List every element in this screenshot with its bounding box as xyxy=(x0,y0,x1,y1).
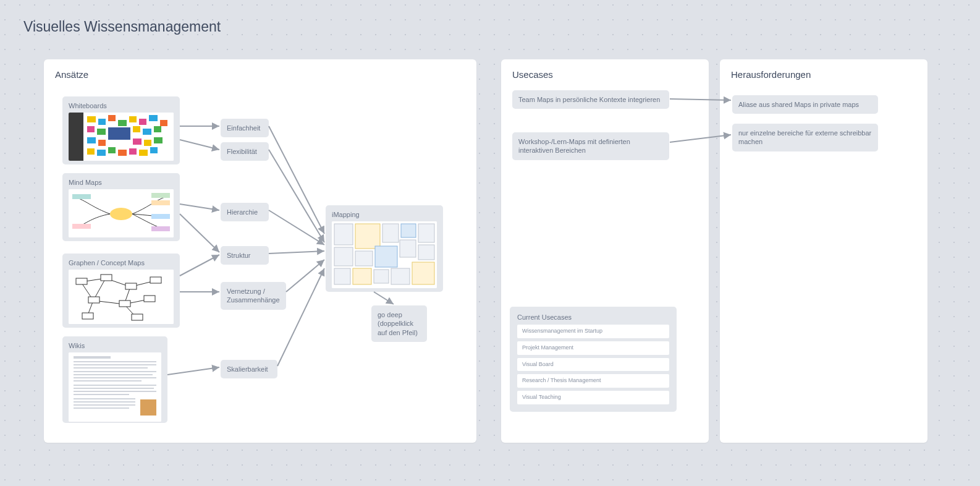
label-whiteboards: Whiteboards xyxy=(69,101,174,110)
svg-rect-25 xyxy=(129,148,137,155)
svg-rect-59 xyxy=(74,364,156,365)
thumb-wikis xyxy=(69,352,161,422)
svg-rect-80 xyxy=(334,247,353,266)
card-heraus-bereiche[interactable]: nur einzelne bereiche für externe schrei… xyxy=(732,124,878,151)
panel-ansatze-title: Ansätze xyxy=(55,69,465,80)
panel-heraus-title: Herausforderungen xyxy=(731,69,916,80)
svg-rect-58 xyxy=(74,361,156,362)
svg-rect-55 xyxy=(132,314,143,320)
svg-rect-30 xyxy=(151,193,170,198)
svg-rect-1 xyxy=(69,113,83,161)
svg-rect-53 xyxy=(144,296,155,302)
panel-ansatze[interactable]: Ansätze Whiteboards Mind Maps xyxy=(44,59,476,443)
card-struktur[interactable]: Struktur xyxy=(221,246,269,265)
panel-usecases[interactable]: Usecases Team Maps in persönliche Kontex… xyxy=(501,59,709,443)
card-vernetzung[interactable]: Vernetzung / Zusammenhänge xyxy=(221,282,286,310)
card-wikis[interactable]: Wikis xyxy=(62,336,167,423)
label-mindmaps: Mind Maps xyxy=(69,178,174,187)
svg-rect-73 xyxy=(140,399,156,416)
svg-rect-60 xyxy=(74,367,148,369)
svg-rect-89 xyxy=(412,262,434,284)
svg-rect-26 xyxy=(139,150,148,156)
svg-rect-3 xyxy=(98,119,106,125)
svg-rect-16 xyxy=(87,137,96,143)
svg-rect-6 xyxy=(129,116,137,122)
card-skalierbarkeit[interactable]: Skalierbarkeit xyxy=(221,360,277,378)
svg-rect-83 xyxy=(400,240,416,257)
svg-rect-86 xyxy=(353,268,371,284)
current-item-3[interactable]: Research / Thesis Management xyxy=(517,374,669,388)
card-usecase-workshop[interactable]: Workshop-/Lern-Maps mit definierten inte… xyxy=(512,132,669,160)
svg-rect-13 xyxy=(133,126,140,132)
svg-rect-76 xyxy=(355,224,380,249)
svg-rect-32 xyxy=(151,214,170,219)
card-graphen[interactable]: Graphen / Concept Maps xyxy=(62,254,180,328)
card-hierarchie[interactable]: Hierarchie xyxy=(221,203,269,221)
svg-rect-9 xyxy=(160,120,167,126)
svg-rect-10 xyxy=(87,126,95,132)
svg-rect-49 xyxy=(125,283,137,289)
current-item-4[interactable]: Visual Teaching xyxy=(517,391,669,404)
svg-rect-70 xyxy=(74,401,135,403)
svg-rect-52 xyxy=(119,301,130,307)
svg-rect-65 xyxy=(74,385,156,386)
current-item-0[interactable]: Wissensmanagement im Startup xyxy=(517,325,669,338)
svg-rect-82 xyxy=(375,246,397,267)
svg-rect-4 xyxy=(108,115,116,121)
svg-rect-68 xyxy=(74,394,129,395)
current-item-1[interactable]: Projekt Management xyxy=(517,341,669,355)
svg-rect-63 xyxy=(74,377,156,378)
svg-point-29 xyxy=(110,208,132,220)
svg-rect-66 xyxy=(74,388,154,389)
svg-rect-61 xyxy=(74,371,156,372)
svg-rect-67 xyxy=(74,391,156,392)
card-imapping[interactable]: iMapping xyxy=(326,205,443,292)
svg-rect-78 xyxy=(401,224,416,237)
svg-rect-81 xyxy=(355,251,373,266)
svg-rect-62 xyxy=(74,374,153,375)
svg-rect-20 xyxy=(154,137,163,143)
svg-rect-54 xyxy=(82,313,93,319)
svg-rect-15 xyxy=(154,126,161,132)
thumb-imapping xyxy=(332,221,437,288)
card-usecase-team[interactable]: Team Maps in persönliche Kontexte integr… xyxy=(512,90,669,109)
svg-rect-84 xyxy=(418,245,434,260)
svg-rect-17 xyxy=(98,140,106,146)
svg-rect-72 xyxy=(74,407,129,409)
svg-rect-24 xyxy=(118,150,127,156)
current-item-2[interactable]: Visual Board xyxy=(517,358,669,372)
svg-rect-18 xyxy=(133,139,142,145)
svg-rect-11 xyxy=(97,129,106,135)
canvas[interactable]: Visuelles Wissensmanagement Ansätze Whit… xyxy=(0,0,980,486)
panel-herausforderungen[interactable]: Herausforderungen Aliase aus shared Maps… xyxy=(720,59,927,443)
card-einfachheit[interactable]: Einfachheit xyxy=(221,119,269,137)
svg-rect-27 xyxy=(150,147,158,153)
card-heraus-aliase[interactable]: Aliase aus shared Maps in private maps xyxy=(732,95,878,114)
svg-rect-69 xyxy=(74,398,135,399)
card-whiteboards[interactable]: Whiteboards xyxy=(62,96,180,164)
page-title: Visuelles Wissensmanagement xyxy=(23,19,221,35)
svg-rect-35 xyxy=(72,224,91,229)
svg-rect-75 xyxy=(334,224,353,245)
card-flexibilitat[interactable]: Flexibilität xyxy=(221,142,269,161)
card-godeep-hint[interactable]: go deep (doppelklick auf den Pfeil) xyxy=(371,305,427,342)
svg-rect-51 xyxy=(88,297,99,303)
svg-rect-22 xyxy=(97,150,106,156)
svg-rect-5 xyxy=(118,120,127,126)
svg-rect-50 xyxy=(150,277,161,283)
svg-rect-85 xyxy=(334,268,350,284)
svg-rect-47 xyxy=(76,278,87,284)
label-graphen: Graphen / Concept Maps xyxy=(69,258,174,267)
label-imapping: iMapping xyxy=(332,210,437,219)
svg-rect-77 xyxy=(382,224,399,242)
thumb-mindmaps xyxy=(69,189,174,237)
svg-rect-79 xyxy=(418,224,434,242)
card-mindmaps[interactable]: Mind Maps xyxy=(62,173,180,241)
svg-rect-48 xyxy=(101,275,112,281)
panel-usecases-title: Usecases xyxy=(512,69,698,80)
label-current-usecases: Current Usecases xyxy=(517,313,669,322)
svg-rect-12 xyxy=(108,127,130,140)
card-current-usecases[interactable]: Current Usecases Wissensmanagement im St… xyxy=(510,307,677,412)
svg-rect-31 xyxy=(151,200,170,205)
svg-rect-57 xyxy=(74,356,111,359)
